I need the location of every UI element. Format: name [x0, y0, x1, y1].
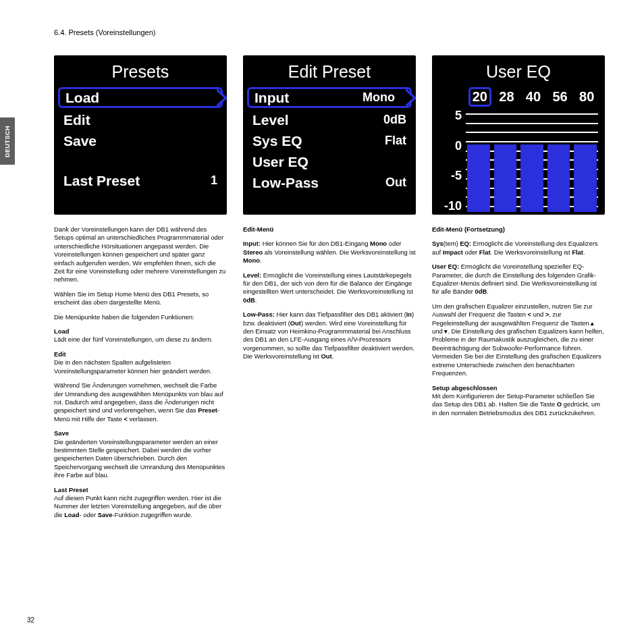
- col3-h: Edit-Menü (Fortsetzung): [432, 225, 605, 234]
- eq-ylabels: 5 0 -5 -10: [439, 109, 466, 212]
- eq-y-0: 0: [455, 140, 462, 152]
- col2-h: Edit-Menü: [243, 225, 416, 234]
- edit-usereq-row[interactable]: User EQ: [243, 151, 416, 172]
- edit-syseq-label: Sys EQ: [252, 133, 302, 149]
- eq-y-5: 5: [455, 109, 462, 122]
- presets-save-row[interactable]: Save: [54, 130, 227, 151]
- presets-last-label: Last Preset: [63, 173, 140, 189]
- presets-last-value: 1: [211, 173, 217, 188]
- col3-syseq: Sys(tem) EQ: Ermöglicht die Voreinstellu…: [432, 240, 605, 257]
- col1-load: LoadLädt eine der fünf Voreinstellungen,…: [54, 327, 227, 344]
- column-2: Edit Preset Input Mono Level 0dB Sys EQ …: [243, 55, 416, 525]
- col2-lowpass: Low-Pass: Hier kann das Tiefpassfilter d…: [243, 311, 416, 360]
- eq-freq-row: 20 28 40 56 80: [468, 87, 598, 107]
- columns: Presets Load Edit Save Last Preset 1: [54, 55, 605, 525]
- eq-freq-80[interactable]: 80: [575, 87, 598, 107]
- eq-y-n5: -5: [451, 169, 462, 182]
- presets-edit-row[interactable]: Edit: [54, 109, 227, 130]
- manual-page: DEUTSCH 6.4. Presets (Voreinstellungen) …: [0, 0, 644, 644]
- user-eq-screen: User EQ 20 28 40 56 80 5 0 -5 -10: [432, 55, 605, 215]
- eq-grid: [466, 109, 598, 212]
- edit-level-value: 0dB: [383, 113, 406, 127]
- col1-p4: Während Sie Änderungen vornehmen, wechse…: [54, 381, 227, 423]
- edit-level-label: Level: [252, 112, 289, 128]
- col3-usereq: User EQ: Ermöglicht die Voreinstellung s…: [432, 263, 605, 296]
- edit-input-label: Input: [254, 90, 289, 106]
- col1-save: SaveDie geänderten Voreinstellungsparame…: [54, 429, 227, 479]
- eq-bars: [466, 109, 598, 212]
- presets-screen: Presets Load Edit Save Last Preset 1: [54, 55, 227, 215]
- eq-bar-56[interactable]: [547, 144, 570, 212]
- eq-bar-80[interactable]: [574, 144, 597, 212]
- col1-last: Last PresetAuf diesen Punkt kann nicht z…: [54, 486, 227, 520]
- page-number: 32: [27, 616, 34, 624]
- column-1: Presets Load Edit Save Last Preset 1: [54, 55, 227, 525]
- eq-freq-20[interactable]: 20: [468, 87, 491, 107]
- section-heading: 6.4. Presets (Voreinstellungen): [54, 28, 605, 36]
- eq-bar-20[interactable]: [467, 144, 490, 212]
- edit-syseq-value: Flat: [385, 134, 406, 148]
- edit-lowpass-value: Out: [385, 176, 406, 190]
- col1-edit: EditDie in den nächsten Spalten aufgelis…: [54, 350, 227, 375]
- presets-load-label: Load: [65, 90, 99, 106]
- col3-setup: Setup abgeschlossenMit dem Konfigurieren…: [432, 384, 605, 418]
- edit-title: Edit Preset: [243, 62, 416, 82]
- col2-text: Edit-Menü Input: Hier können Sie für den…: [243, 225, 416, 361]
- eq-y-n10: -10: [444, 200, 462, 212]
- edit-input-row[interactable]: Input Mono: [247, 87, 412, 108]
- eq-bar-40[interactable]: [520, 144, 543, 212]
- eq-freq-28[interactable]: 28: [495, 87, 518, 107]
- eq-freq-56[interactable]: 56: [549, 87, 572, 107]
- usereq-title: User EQ: [439, 62, 598, 82]
- column-3: User EQ 20 28 40 56 80 5 0 -5 -10: [432, 55, 605, 525]
- col1-p1: Dank der Voreinstellungen kann der DB1 w…: [54, 225, 227, 284]
- edit-syseq-row[interactable]: Sys EQ Flat: [243, 130, 416, 151]
- presets-save-label: Save: [63, 133, 97, 149]
- col2-level: Level: Ermöglicht die Voreinstellung ein…: [243, 271, 416, 305]
- language-tab: DEUTSCH: [0, 117, 15, 165]
- presets-load-row[interactable]: Load: [58, 87, 223, 108]
- edit-lowpass-label: Low-Pass: [252, 175, 319, 191]
- col2-input: Input: Hier können Sie für den DB1-Einga…: [243, 240, 416, 265]
- edit-preset-screen: Edit Preset Input Mono Level 0dB Sys EQ …: [243, 55, 416, 215]
- eq-freq-40[interactable]: 40: [522, 87, 545, 107]
- col3-text: Edit-Menü (Fortsetzung) Sys(tem) EQ: Erm…: [432, 225, 605, 417]
- edit-usereq-label: User EQ: [252, 154, 308, 170]
- col1-p3: Die Menüpunkte haben die folgenden Funkt…: [54, 313, 227, 321]
- eq-body: 5 0 -5 -10: [439, 109, 598, 212]
- edit-lowpass-row[interactable]: Low-Pass Out: [243, 172, 416, 193]
- edit-level-row[interactable]: Level 0dB: [243, 109, 416, 130]
- presets-edit-label: Edit: [63, 112, 90, 128]
- presets-last-row: Last Preset 1: [54, 170, 227, 191]
- col3-p3: Um den grafischen Equalizer einzustellen…: [432, 302, 605, 378]
- eq-bar-28[interactable]: [494, 144, 517, 212]
- presets-title: Presets: [54, 62, 227, 82]
- col1-p2: Wählen Sie im Setup Home Menü des DB1 Pr…: [54, 290, 227, 307]
- col1-text: Dank der Voreinstellungen kann der DB1 w…: [54, 225, 227, 519]
- edit-input-value: Mono: [363, 90, 395, 105]
